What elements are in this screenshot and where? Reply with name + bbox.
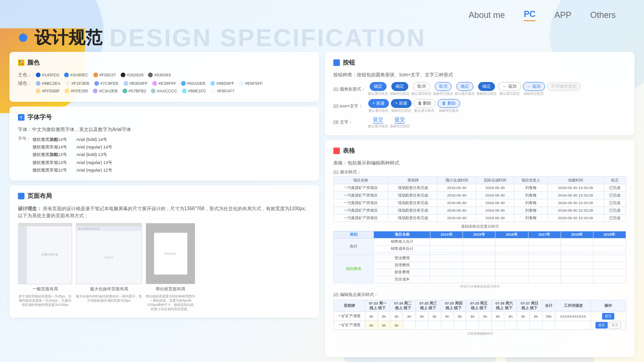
th-project: 项目名称 bbox=[334, 177, 388, 184]
complex-row-ops1: 期间费用 营业费用 bbox=[334, 255, 626, 262]
typo-en-col: Arial (bold) 14号 Arial (regular) 14号 Ari… bbox=[76, 136, 112, 174]
btn-new-label-1: 默认显示状态 bbox=[369, 108, 388, 113]
s1 bbox=[36, 81, 41, 86]
btn-text-link[interactable]: 提交 bbox=[373, 116, 383, 123]
eth-sun: 07-27 周日线上 线下 bbox=[517, 300, 542, 312]
edit-table-desc: (2) 编辑焦点展示样式： bbox=[333, 292, 626, 298]
btn-state-light: 确定 默认显示状态 bbox=[455, 82, 475, 96]
sr4 bbox=[123, 89, 127, 93]
layout-icon bbox=[18, 193, 25, 199]
aux-r2-3: #C3A2EB bbox=[93, 89, 118, 93]
btn-text-link-hover[interactable]: 提交 bbox=[395, 116, 405, 123]
s6 bbox=[181, 81, 186, 86]
aux-r2-5: #AACCCC bbox=[151, 89, 177, 93]
eth-mon: 07-23 周一线上 线下 bbox=[365, 300, 390, 312]
sr3 bbox=[93, 89, 98, 93]
table-icon bbox=[333, 148, 340, 154]
eth-milestone: 里程碑 bbox=[334, 300, 365, 312]
btn-new-hover: + 新建 鼠标经过状态 bbox=[391, 99, 412, 113]
btn-del[interactable]: 🗑 删除 bbox=[413, 99, 436, 108]
btn-cancel-hover[interactable]: 取消 bbox=[435, 82, 452, 91]
primary-swatches: #145FD2 #3A80EC #F09237 #262628 bbox=[36, 73, 171, 77]
primary-color-label: 主色： bbox=[18, 72, 32, 78]
typo-cn-col: 微软雅黑加粗14号 微软雅黑常规14号 微软雅黑加粗13号 微软雅黑常规13号 … bbox=[33, 136, 67, 174]
btn-cancel-default[interactable]: 取消 bbox=[413, 82, 430, 91]
btn-state-disabled: 不可操作状态 bbox=[547, 82, 581, 96]
aux-r2-7: #F6FAF7 bbox=[211, 89, 234, 93]
nav-app[interactable]: APP bbox=[554, 10, 571, 20]
nav-pc[interactable]: PC bbox=[524, 9, 536, 21]
typo-cn-3: 微软雅黑加粗13号 bbox=[33, 151, 67, 158]
btn-state-label-3: 默认显示状态 bbox=[412, 91, 431, 96]
btn-del-h[interactable]: 🗑 删除 bbox=[438, 99, 460, 108]
typo-en-4: Arial (regular) 13号 bbox=[76, 159, 112, 166]
edit-header-row: 里程碑 07-23 周一线上 线下 07-24 周二线上 线下 07-25 周三… bbox=[334, 300, 626, 312]
cancel-btn-2[interactable]: 取消 bbox=[609, 322, 621, 329]
typo-en-2: Arial (regular) 14号 bbox=[76, 143, 112, 151]
eth-sat: 07-26 周六线上 线下 bbox=[492, 300, 517, 312]
cth-2017: 2017年 bbox=[528, 231, 561, 239]
btn-state-default-hover: 取消 鼠标经过状态 bbox=[433, 82, 453, 96]
btn-light[interactable]: 确定 bbox=[456, 82, 473, 91]
page-title-en: DESIGN SPECIFICATION bbox=[109, 24, 426, 52]
table-row: 一汽集团矿产类项目 现场勘查任务完成 2018-06-30 2018-06-30… bbox=[334, 207, 626, 214]
btn-light-hover[interactable]: 确定 bbox=[478, 82, 495, 91]
aux-r2-1: #FFD68F bbox=[36, 89, 60, 93]
btn-desc: 按钮种类：按钮包括圆角形状、icon+文字、文字三种形式 bbox=[333, 72, 626, 78]
s2 bbox=[66, 81, 70, 86]
typo-font-label: 字号： bbox=[18, 136, 31, 174]
eval-method-label: 评估方法表格信息显示样式 bbox=[333, 284, 626, 289]
table-row: 一汽集团矿产类项目 现场勘查任务完成 2018-06-30 2018-06-30… bbox=[334, 214, 626, 222]
preview-desc-general: 其中顶部导航的高度统一为35px，左侧导航的宽度统一为160px，主要内容区域的… bbox=[18, 294, 72, 307]
btn-state-label-4: 鼠标经过状态 bbox=[433, 91, 453, 96]
btn-state-back-hover: ← 返回 鼠标经过状态 bbox=[523, 82, 545, 96]
btn-row-2: (2) icon+文字： + 新建 默认显示状态 + 新建 鼠标经过状态 🗑 删… bbox=[333, 99, 626, 113]
typo-en-1: Arial (bold) 14号 bbox=[76, 136, 112, 143]
layout-note: 以下为系统主要的页面布局方式： bbox=[18, 213, 89, 218]
submit-btn-1[interactable]: 提交 bbox=[602, 313, 614, 320]
preview-title-bar: 最大化操作页面布局 bbox=[76, 226, 141, 231]
btn-states-1: 确定 默认显示状态 确定 鼠标经过状态 取消 默认显示状态 取消 鼠标经过状态 bbox=[368, 82, 581, 96]
complex-row-ops2: 管理费用 bbox=[334, 262, 626, 269]
btn-primary-hover[interactable]: 确定 bbox=[391, 82, 408, 91]
swatch-dot-1 bbox=[36, 73, 41, 77]
typo-cn-4: 微软雅黑常规13号 bbox=[33, 159, 67, 166]
cth-2016: 2016年 bbox=[495, 231, 528, 239]
th-create-time: 创建时间 bbox=[547, 177, 603, 184]
color-icon bbox=[18, 59, 25, 66]
submit-btn-2[interactable]: 提交 bbox=[595, 322, 608, 329]
td-actual-1: 2018-06-30 bbox=[476, 184, 514, 192]
nav-others[interactable]: Others bbox=[590, 10, 616, 20]
color-card-header: 颜色 bbox=[18, 58, 311, 67]
btn-primary-default[interactable]: 确定 bbox=[370, 82, 387, 91]
left-column: 颜色 主色： #145FD2 #3A80EC #F09237 bbox=[9, 52, 319, 357]
aux-4: #B3D0FF bbox=[124, 81, 148, 86]
preview-content-general: 主要内容区域 bbox=[27, 226, 72, 284]
btn-states-2: + 新建 默认显示状态 + 新建 鼠标经过状态 🗑 删除 默认显示状态 🗑 删除… bbox=[368, 99, 460, 113]
table-card-title: 表格 bbox=[343, 147, 355, 155]
btn-new-h[interactable]: + 新建 bbox=[391, 99, 412, 108]
nav-about-me[interactable]: About me bbox=[469, 10, 505, 20]
typo-main-desc: 字体：中文为微软雅黑字体，英文以及数字为Arial字体 bbox=[18, 126, 311, 133]
edit-table: 里程碑 07-23 周一线上 线下 07-24 周二线上 线下 07-25 周三… bbox=[333, 300, 626, 330]
btn-back[interactable]: ← 返回 bbox=[498, 82, 521, 91]
btn-back-hover[interactable]: ← 返回 bbox=[523, 82, 545, 91]
btn-state-default: 取消 默认显示状态 bbox=[412, 82, 431, 96]
btn-state-light-hover: 确定 鼠标经过状态 bbox=[477, 82, 496, 96]
swatch-dot-3 bbox=[93, 73, 98, 77]
preview-content-text: 主要内容区域 bbox=[41, 253, 58, 257]
td-milestone-1: 现场勘查任务完成 bbox=[388, 184, 437, 192]
btn-new-default: + 新建 默认显示状态 bbox=[368, 99, 389, 113]
btn-new[interactable]: + 新建 bbox=[368, 99, 389, 108]
td-owner-1: 刘青梅 bbox=[514, 184, 547, 192]
table-row: 一汽集团矿产类项目 现场勘查任务完成 2018-06-30 2018-06-30… bbox=[334, 192, 626, 199]
swatch-label-5: #636363 bbox=[154, 73, 171, 77]
aux-swatches-1: #9BC2EA #F1F3EB #7C9FEE #B3D0FF #E39FFF … bbox=[36, 81, 263, 86]
aux-color-row2: #FFD68F #FFE285 #C3A2EB #57BFB2 #AACCCC … bbox=[18, 89, 311, 93]
aux-r2-2: #FFE285 bbox=[65, 89, 88, 93]
eth-total: 合计 bbox=[542, 300, 555, 312]
preview-label-general: 一般页面布局 bbox=[33, 286, 58, 292]
btn-state-label-5: 默认显示状态 bbox=[455, 91, 475, 96]
btn-card-title: 按钮 bbox=[343, 58, 355, 67]
complex-row-ops3: 财务费用 bbox=[334, 269, 626, 276]
